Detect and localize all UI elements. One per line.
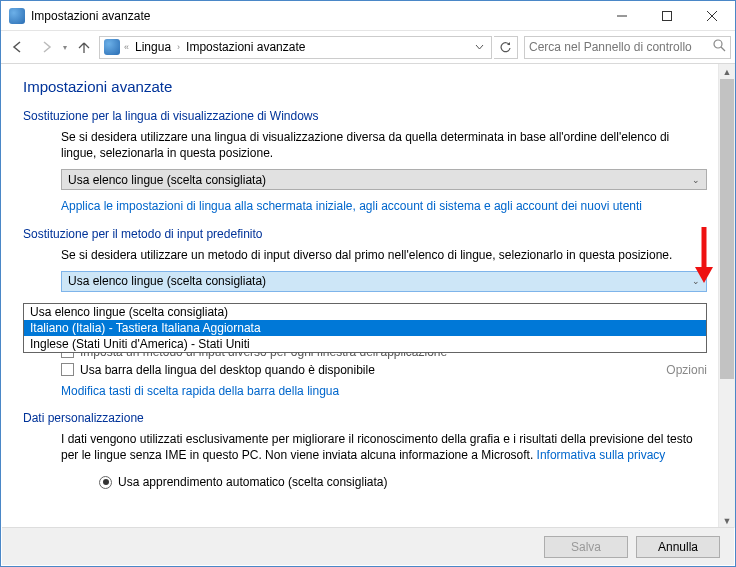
window-controls xyxy=(599,1,735,30)
input-method-option-italiano[interactable]: Italiano (Italia) - Tastiera Italiana Ag… xyxy=(24,320,706,336)
input-method-dropdown: Usa elenco lingue (scelta consigliata) I… xyxy=(23,303,707,353)
input-method-combo[interactable]: Usa elenco lingue (scelta consigliata) ⌄ xyxy=(61,271,707,292)
hotkeys-link[interactable]: Modifica tasti di scelta rapida della ba… xyxy=(61,384,339,398)
apply-settings-link[interactable]: Applica le impostazioni di lingua alla s… xyxy=(61,199,642,213)
address-dropdown-icon[interactable] xyxy=(469,43,489,52)
breadcrumb-sep-icon: « xyxy=(124,42,129,52)
svg-rect-1 xyxy=(662,11,671,20)
svg-line-5 xyxy=(721,47,725,51)
section4-header: Dati personalizzazione xyxy=(23,411,707,425)
display-language-value: Usa elenco lingue (scelta consigliata) xyxy=(68,173,266,187)
breadcrumb-impostazioni-avanzate[interactable]: Impostazioni avanzate xyxy=(184,40,307,54)
input-method-option-inglese[interactable]: Inglese (Stati Uniti d'America) - Stati … xyxy=(24,336,706,352)
section4-body: I dati vengono utilizzati esclusivamente… xyxy=(23,431,707,463)
radio-icon xyxy=(99,476,112,489)
section2-header: Sostituzione per il metodo di input pred… xyxy=(23,227,707,241)
checkbox2-label: Usa barra della lingua del desktop quand… xyxy=(80,363,375,377)
section2-body: Se si desidera utilizzare un metodo di i… xyxy=(23,247,707,292)
chevron-down-icon: ⌄ xyxy=(692,175,700,185)
input-method-value: Usa elenco lingue (scelta consigliata) xyxy=(68,274,266,288)
window-title: Impostazioni avanzate xyxy=(31,9,599,23)
checkbox-desktop-language-bar[interactable]: Usa barra della lingua del desktop quand… xyxy=(61,363,707,377)
section1-desc: Se si desidera utilizzare una lingua di … xyxy=(61,129,707,161)
search-input[interactable]: Cerca nel Pannello di controllo xyxy=(524,36,731,59)
history-dropdown-icon[interactable]: ▾ xyxy=(61,43,69,52)
minimize-button[interactable] xyxy=(599,1,644,30)
section2-desc: Se si desidera utilizzare un metodo di i… xyxy=(61,247,707,263)
section1-header: Sostituzione per la lingua di visualizza… xyxy=(23,109,707,123)
refresh-button[interactable] xyxy=(494,36,518,59)
search-placeholder: Cerca nel Pannello di controllo xyxy=(529,40,692,54)
chevron-right-icon: › xyxy=(177,42,180,52)
options-link[interactable]: Opzioni xyxy=(666,363,707,377)
scrollbar-thumb[interactable] xyxy=(720,79,734,379)
radio-auto-learning[interactable]: Usa apprendimento automatico (scelta con… xyxy=(23,475,707,489)
save-button[interactable]: Salva xyxy=(544,536,628,558)
annotation-arrow-down xyxy=(693,227,715,285)
scroll-down-icon[interactable]: ▼ xyxy=(719,513,735,528)
title-bar: Impostazioni avanzate xyxy=(1,1,735,31)
breadcrumb-lingua[interactable]: Lingua xyxy=(133,40,173,54)
content-area: ▲ ▼ Impostazioni avanzate Sostituzione p… xyxy=(1,64,735,528)
page-title: Impostazioni avanzate xyxy=(23,78,707,95)
section1-body: Se si desidera utilizzare una lingua di … xyxy=(23,129,707,215)
navigation-bar: ▾ « Lingua › Impostazioni avanzate Cerca… xyxy=(1,31,735,64)
section4-desc: I dati vengono utilizzati esclusivamente… xyxy=(61,431,707,463)
app-icon xyxy=(9,8,25,24)
radio1-label: Usa apprendimento automatico (scelta con… xyxy=(118,475,387,489)
maximize-button[interactable] xyxy=(644,1,689,30)
forward-button[interactable] xyxy=(33,34,59,60)
svg-marker-7 xyxy=(695,267,713,283)
cancel-button[interactable]: Annulla xyxy=(636,536,720,558)
scrollbar[interactable]: ▲ ▼ xyxy=(718,64,735,528)
close-button[interactable] xyxy=(689,1,735,30)
checkbox-icon xyxy=(61,363,74,376)
privacy-link[interactable]: Informativa sulla privacy xyxy=(537,448,666,462)
up-button[interactable] xyxy=(71,34,97,60)
address-bar[interactable]: « Lingua › Impostazioni avanzate xyxy=(99,36,492,59)
svg-point-4 xyxy=(714,40,722,48)
search-icon xyxy=(713,39,726,55)
footer-bar: Salva Annulla xyxy=(2,527,734,565)
back-button[interactable] xyxy=(5,34,31,60)
location-icon xyxy=(104,39,120,55)
display-language-combo[interactable]: Usa elenco lingue (scelta consigliata) ⌄ xyxy=(61,169,707,190)
input-method-option-default[interactable]: Usa elenco lingue (scelta consigliata) xyxy=(24,304,706,320)
scroll-up-icon[interactable]: ▲ xyxy=(719,64,735,79)
